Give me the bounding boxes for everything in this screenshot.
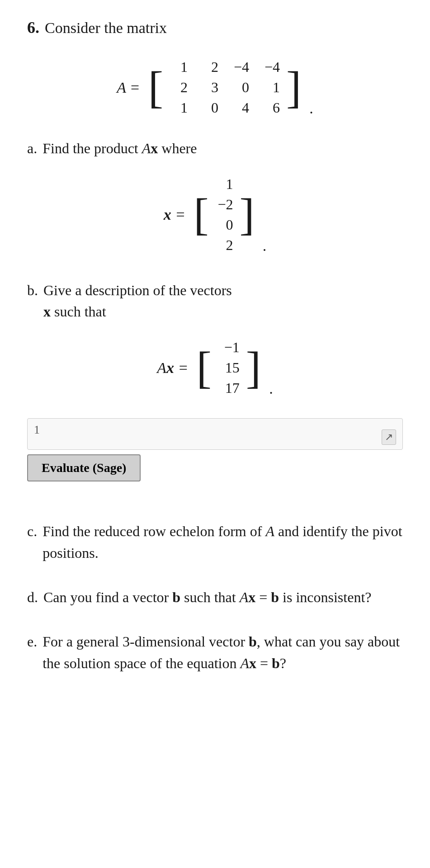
vx-0: 1 (215, 176, 233, 193)
vx-1: −2 (215, 196, 233, 213)
matrix-a-equation: A = [ 1 2 −4 −4 2 3 0 1 1 0 4 6 ] . (27, 55, 403, 120)
evaluate-sage-button[interactable]: Evaluate (Sage) (27, 454, 141, 481)
vax-2: 17 (218, 380, 240, 396)
sage-line-number: 1 (34, 423, 52, 437)
cell-0-0: 1 (170, 59, 188, 75)
matrix-a-left-bracket: [ (148, 55, 163, 120)
part-a-header: a. Find the product Ax where (27, 138, 403, 159)
vector-x-bracket: [ 1 −2 0 2 ] (194, 172, 255, 257)
vx-2: 0 (215, 217, 233, 233)
part-a-text: Find the product Ax where (43, 138, 197, 159)
vector-x-period: . (263, 237, 267, 257)
cell-2-3: 6 (262, 99, 280, 116)
matrix-a-label: A = (117, 79, 140, 96)
part-c-text: Find the reduced row echelon form of A a… (43, 520, 403, 564)
matrix-a-bracket: [ 1 2 −4 −4 2 3 0 1 1 0 4 6 ] (148, 55, 302, 120)
part-d-header: d. Can you find a vector b such that Ax … (27, 586, 403, 608)
vector-x-grid: 1 −2 0 2 (210, 172, 237, 257)
part-e-label: e. (27, 633, 37, 650)
part-c: c. Find the reduced row echelon form of … (27, 520, 403, 564)
part-a-label: a. (27, 140, 37, 157)
part-b-header: b. Give a description of the vectors x s… (27, 280, 403, 322)
part-e-text: For a general 3-dimensional vector b, wh… (43, 631, 403, 674)
cell-0-1: 2 (200, 59, 218, 75)
vector-ax-bracket: [ −1 15 17 ] (197, 335, 261, 400)
vector-ax-right-bracket: ] (246, 335, 261, 400)
matrix-a-period: . (309, 100, 313, 120)
part-b-line1: Give a description of the vectors (43, 280, 232, 301)
sage-expand-icon[interactable]: ↗ (382, 429, 396, 445)
vector-x-label: x = (164, 206, 185, 223)
cell-2-0: 1 (170, 99, 188, 116)
part-b: b. Give a description of the vectors x s… (27, 280, 403, 498)
vector-x-right-bracket: ] (239, 172, 254, 257)
cell-2-2: 4 (231, 99, 249, 116)
problem-title: Consider the matrix (45, 19, 167, 37)
part-d-text: Can you find a vector b such that Ax = b… (43, 586, 372, 608)
cell-1-2: 0 (231, 79, 249, 96)
vector-ax-label: Ax = (157, 359, 188, 377)
vector-x-left-bracket: [ (194, 172, 208, 257)
vector-ax-equation: Ax = [ −1 15 17 ] . (27, 335, 403, 400)
cell-1-0: 2 (170, 79, 188, 96)
part-b-line2: x such that (43, 301, 232, 322)
part-c-header: c. Find the reduced row echelon form of … (27, 520, 403, 564)
problem-number: 6. (27, 18, 39, 37)
part-d: d. Can you find a vector b such that Ax … (27, 586, 403, 608)
cell-0-2: −4 (231, 59, 249, 75)
sage-input-box[interactable]: 1 ↗ (27, 418, 403, 450)
vector-x-equation: x = [ 1 −2 0 2 ] . (27, 172, 403, 257)
problem-header: 6. Consider the matrix (27, 18, 403, 37)
vector-ax-left-bracket: [ (197, 335, 212, 400)
vax-1: 15 (218, 359, 240, 376)
cell-1-1: 3 (200, 79, 218, 96)
part-e: e. For a general 3-dimensional vector b,… (27, 631, 403, 674)
part-b-label: b. (27, 282, 38, 299)
part-c-label: c. (27, 523, 37, 540)
vx-3: 2 (215, 237, 233, 254)
part-a: a. Find the product Ax where x = [ 1 −2 … (27, 138, 403, 257)
vector-ax-period: . (269, 380, 273, 400)
part-e-header: e. For a general 3-dimensional vector b,… (27, 631, 403, 674)
cell-1-3: 1 (262, 79, 280, 96)
cell-2-1: 0 (200, 99, 218, 116)
cell-0-3: −4 (262, 59, 280, 75)
vax-0: −1 (218, 339, 240, 356)
vector-ax-grid: −1 15 17 (213, 335, 244, 400)
part-b-text: Give a description of the vectors x such… (43, 280, 232, 322)
matrix-a-right-bracket: ] (286, 55, 301, 120)
part-d-label: d. (27, 589, 38, 606)
matrix-a-grid: 1 2 −4 −4 2 3 0 1 1 0 4 6 (165, 55, 284, 120)
